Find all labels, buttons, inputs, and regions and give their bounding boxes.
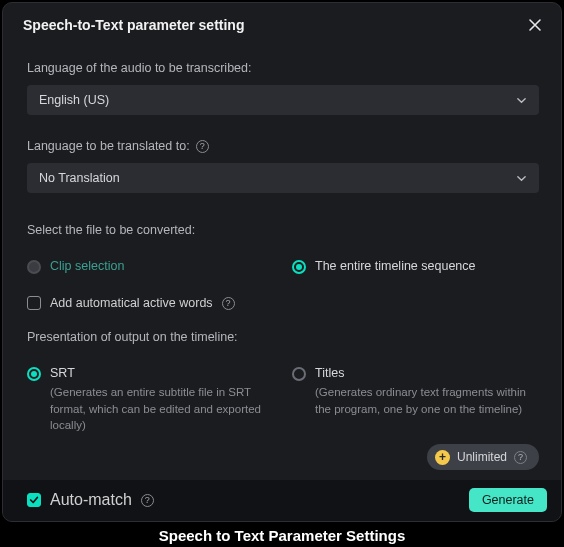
translate-language-value: No Translation <box>39 171 120 185</box>
translate-language-label: Language to be translated to: ? <box>27 139 539 153</box>
footer-top: + Unlimited ? <box>27 440 539 480</box>
presentation-options: SRT (Generates an entire subtitle file i… <box>27 366 539 434</box>
help-icon[interactable]: ? <box>141 494 154 507</box>
titlebar: Speech-to-Text parameter setting <box>3 3 561 45</box>
auto-match-checkbox[interactable]: Auto-match ? <box>27 491 154 509</box>
unlimited-pill[interactable]: + Unlimited ? <box>427 444 539 470</box>
active-words-checkbox[interactable]: Add automatical active words ? <box>27 296 539 310</box>
checkbox-icon <box>27 493 41 507</box>
audio-language-value: English (US) <box>39 93 109 107</box>
audio-language-label: Language of the audio to be transcribed: <box>27 61 539 75</box>
plus-icon: + <box>435 450 450 465</box>
file-select-options: Clip selection The entire timeline seque… <box>27 259 539 274</box>
radio-label: Titles <box>315 366 539 380</box>
stt-dialog: Speech-to-Text parameter setting Languag… <box>2 2 562 522</box>
radio-label: The entire timeline sequence <box>315 259 476 273</box>
close-icon[interactable] <box>525 15 545 35</box>
dialog-content: Language of the audio to be transcribed:… <box>3 45 561 480</box>
checkbox-icon <box>27 296 41 310</box>
figure-caption: Speech to Text Parameter Settings <box>0 522 564 547</box>
radio-clip-selection[interactable]: Clip selection <box>27 259 274 274</box>
generate-button[interactable]: Generate <box>469 488 547 512</box>
help-icon[interactable]: ? <box>222 297 235 310</box>
presentation-label: Presentation of output on the timeline: <box>27 330 539 344</box>
radio-icon <box>292 367 306 381</box>
chevron-down-icon <box>516 95 527 106</box>
radio-icon <box>27 367 41 381</box>
chevron-down-icon <box>516 173 527 184</box>
radio-label: SRT <box>50 366 274 380</box>
pill-label: Unlimited <box>457 450 507 464</box>
radio-icon <box>27 260 41 274</box>
radio-titles[interactable]: Titles (Generates ordinary text fragment… <box>292 366 539 434</box>
radio-srt[interactable]: SRT (Generates an entire subtitle file i… <box>27 366 274 434</box>
help-icon[interactable]: ? <box>514 451 527 464</box>
file-select-label: Select the file to be converted: <box>27 223 539 237</box>
checkbox-label: Add automatical active words <box>50 296 213 310</box>
audio-language-select[interactable]: English (US) <box>27 85 539 115</box>
radio-description: (Generates ordinary text fragments withi… <box>315 384 539 417</box>
radio-label: Clip selection <box>50 259 124 273</box>
help-icon[interactable]: ? <box>196 140 209 153</box>
bottom-bar: Auto-match ? Generate <box>3 480 561 522</box>
radio-description: (Generates an entire subtitle file in SR… <box>50 384 274 434</box>
translate-language-select[interactable]: No Translation <box>27 163 539 193</box>
radio-icon <box>292 260 306 274</box>
checkbox-label: Auto-match <box>50 491 132 509</box>
radio-entire-timeline[interactable]: The entire timeline sequence <box>292 259 539 274</box>
dialog-title: Speech-to-Text parameter setting <box>23 17 244 33</box>
